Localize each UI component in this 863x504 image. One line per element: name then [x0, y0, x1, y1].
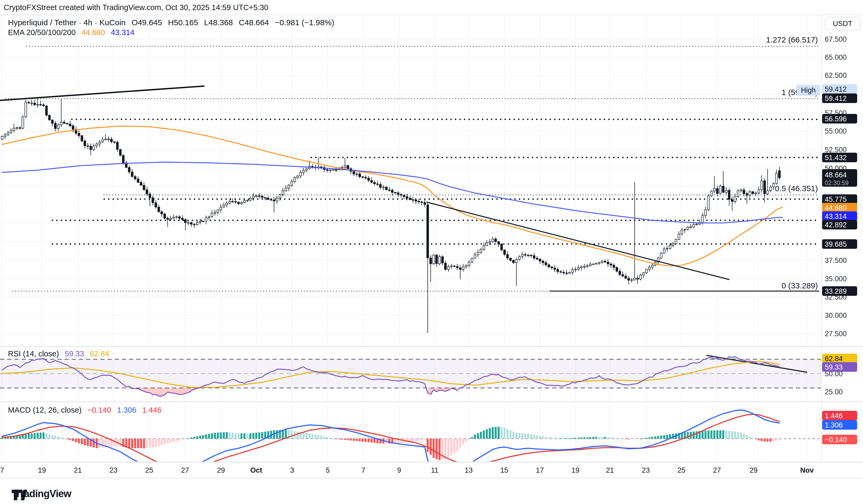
ema-legend[interactable]: EMA 20/50/100/200 44.680 43.314	[8, 28, 138, 37]
price-tick: 35.000	[825, 275, 847, 283]
macd-line-value: 1.306	[117, 406, 137, 414]
price-badge: 59.33	[825, 363, 843, 371]
time-label: 9	[397, 466, 401, 474]
high-label: High	[801, 86, 816, 94]
price-badge: 33.289	[825, 287, 847, 295]
price-tick: 67.500	[825, 35, 847, 43]
price-tick: 27.500	[825, 330, 847, 338]
price-badge: 45.775	[825, 196, 847, 203]
price-tick: 30.000	[825, 312, 847, 319]
price-badge: 43.314	[825, 212, 847, 220]
change-value: −0.981 (−1.98%)	[275, 18, 334, 27]
ema-value-orange: 44.680	[82, 28, 105, 37]
time-label: 21	[74, 466, 82, 474]
macd-legend[interactable]: MACD (12, 26, close) −0.140 1.306 1.446	[8, 406, 165, 415]
price-tick: 55.000	[825, 127, 847, 135]
rsi-value: 59.33	[65, 350, 84, 358]
time-label: 7	[361, 466, 365, 474]
time-label: 7	[0, 466, 4, 474]
rsi-ma-value: 62.84	[90, 350, 109, 358]
time-label: Oct	[250, 466, 262, 474]
time-label: 27	[181, 466, 189, 474]
price-badge: 42.892	[825, 221, 847, 229]
time-label: 23	[109, 466, 117, 474]
rsi-legend[interactable]: RSI (14, close) 59.33 62.84	[8, 350, 113, 358]
time-label: 15	[500, 466, 508, 474]
time-label: Nov	[800, 466, 814, 474]
page-background	[0, 0, 863, 504]
price-badge: 1.446	[825, 412, 843, 420]
time-label: 25	[677, 466, 685, 474]
time-label: 3	[290, 466, 294, 474]
time-label: 23	[642, 466, 650, 474]
price-badge: −0.140	[825, 436, 847, 444]
chart-canvas[interactable]: 1.272 (66.517)1 (59.412)0.5 (46.351)0 (3…	[0, 0, 863, 504]
price-badge: 44.680	[825, 204, 847, 212]
time-label: 17	[536, 466, 544, 474]
symbol-title: Hyperliquid / Tether · 4h · KuCoin	[8, 18, 126, 27]
fib-label: 0 (33.289)	[781, 281, 818, 290]
fib-label: 1.272 (66.517)	[766, 35, 818, 44]
rsi-label: RSI (14, close)	[8, 350, 59, 358]
price-tick: 62.500	[825, 72, 847, 79]
ema-label: EMA 20/50/100/200	[8, 28, 76, 37]
tradingview-logo[interactable]: TradingView	[12, 488, 71, 500]
price-tick: 65.000	[825, 53, 847, 61]
tradingview-logo-icon	[12, 488, 27, 500]
price-badge: 56.596	[825, 115, 847, 123]
price-badge: 59.412	[825, 94, 847, 102]
price-badge: 62.84	[825, 355, 843, 363]
price-tick: 52.500	[825, 146, 847, 154]
macd-hist-value: −0.140	[87, 406, 111, 414]
ohlc-open: O49.645	[132, 18, 162, 27]
price-badge: 1.306	[825, 421, 843, 429]
macd-signal-value: 1.446	[142, 406, 161, 414]
currency-toggle-button[interactable]: USDT	[825, 17, 860, 30]
time-label: 29	[750, 466, 758, 474]
symbol-legend[interactable]: Hyperliquid / Tether · 4h · KuCoin O49.6…	[8, 18, 338, 27]
attribution-header: CryptoFXStreet created with TradingView.…	[4, 3, 268, 12]
ohlc-close: C48.664	[239, 18, 269, 27]
time-label: 13	[465, 466, 473, 474]
time-label: 25	[145, 466, 153, 474]
price-badge: 59.412	[825, 85, 847, 93]
time-label: 21	[606, 466, 614, 474]
time-label: 29	[217, 466, 225, 474]
countdown-badge: 02:30:59	[825, 179, 849, 186]
time-label: 27	[713, 466, 721, 474]
time-label: 5	[326, 466, 329, 474]
ohlc-low: L48.368	[204, 18, 233, 27]
price-badge: 39.685	[825, 240, 847, 248]
time-label: 19	[572, 466, 579, 474]
time-label: 11	[431, 466, 438, 474]
price-badge: 51.432	[825, 154, 847, 162]
ema-value-blue: 43.314	[111, 28, 135, 37]
price-tick: 37.500	[825, 256, 847, 264]
price-badge: 48.664	[825, 171, 847, 179]
time-label: 19	[38, 466, 46, 474]
price-tick: 25.00	[825, 388, 843, 396]
fib-label: 0.5 (46.351)	[775, 184, 818, 193]
chart-window: 1.272 (66.517)1 (59.412)0.5 (46.351)0 (3…	[0, 0, 863, 504]
ohlc-high: H50.165	[168, 18, 198, 27]
macd-label: MACD (12, 26, close)	[8, 406, 82, 414]
